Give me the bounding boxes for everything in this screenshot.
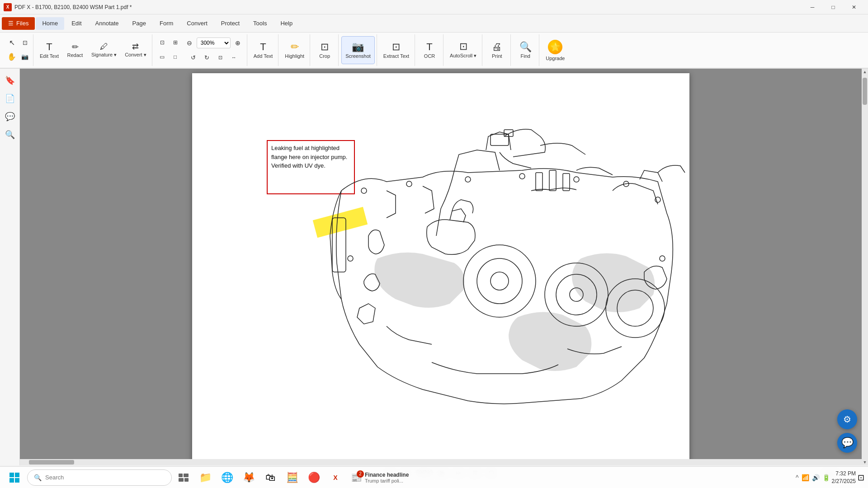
browser-button[interactable]: 🌐	[217, 468, 237, 488]
menu-files[interactable]: ☰ Files	[2, 17, 35, 30]
page-layout-button1[interactable]: ⊡	[156, 36, 169, 49]
svg-point-14	[519, 174, 525, 179]
snapshot-button[interactable]: 📷	[19, 51, 31, 63]
notification-headline: Finance headline	[365, 472, 409, 478]
taskbar-search-bar[interactable]: 🔍	[27, 469, 172, 486]
highlight-button[interactable]: ✏ Highlight	[281, 36, 308, 64]
find-button[interactable]: 🔍 Find	[514, 36, 537, 64]
extract-text-button[interactable]: ⊡ Extract Text	[380, 36, 413, 64]
horizontal-scroll-thumb[interactable]	[29, 460, 74, 465]
rotate-ccw-button[interactable]: ↺	[187, 51, 199, 64]
menu-form[interactable]: Form	[153, 17, 179, 30]
sidebar-bookmark-button[interactable]: 🔖	[2, 72, 18, 89]
svg-rect-25	[9, 478, 14, 483]
svg-rect-21	[549, 170, 556, 191]
menu-edit[interactable]: Edit	[65, 17, 88, 30]
svg-rect-26	[15, 478, 19, 483]
sidebar-pages-button[interactable]: 📄	[2, 90, 18, 107]
browser2-button[interactable]: 🔴	[304, 468, 324, 488]
upgrade-button[interactable]: ⭐ Upgrade	[542, 36, 568, 64]
highlight-icon: ✏	[291, 42, 299, 52]
page-layout-button3[interactable]: ▭	[156, 51, 169, 63]
search-input[interactable]	[45, 474, 165, 481]
menu-page[interactable]: Page	[126, 17, 152, 30]
highlight-label: Highlight	[285, 53, 304, 59]
find-icon: 🔍	[519, 42, 532, 52]
vertical-scroll-thumb[interactable]	[863, 78, 867, 105]
add-text-button[interactable]: T Add Text	[250, 36, 277, 64]
upgrade-group: ⭐ Upgrade	[540, 34, 570, 66]
zoom-in-circle-button[interactable]: ⊕	[231, 37, 244, 49]
main-content: Leaking fuel at highlighted flange here …	[20, 69, 862, 465]
page-select-button[interactable]: ⊡	[19, 36, 31, 49]
menu-home[interactable]: Home	[36, 17, 64, 30]
minimize-button[interactable]: ─	[802, 0, 823, 14]
notification-area[interactable]: 📰 2 Finance headline Trump tariff poli..…	[351, 472, 409, 483]
scroll-down-arrow[interactable]: ▼	[862, 459, 868, 465]
menu-help[interactable]: Help	[274, 17, 299, 30]
pdf-app-button[interactable]: X	[326, 468, 345, 488]
sidebar-search-button[interactable]: 🔍	[2, 127, 18, 143]
sidebar-comments-button[interactable]: 💬	[2, 108, 18, 125]
redact-label: Redact	[67, 52, 83, 58]
volume-icon: 🔊	[812, 474, 820, 481]
scroll-up-arrow[interactable]: ▲	[862, 69, 868, 75]
convert-button[interactable]: ⇄ Convert ▾	[121, 36, 150, 64]
windows-icon	[9, 473, 19, 483]
zoom-out-circle-button[interactable]: ⊖	[183, 37, 196, 49]
clock[interactable]: 7:32 PM 2/27/2025	[832, 470, 856, 485]
svg-point-0	[463, 245, 536, 317]
signature-label: Signature ▾	[91, 52, 117, 58]
page-layout-button2[interactable]: ⊞	[169, 36, 182, 49]
selection-grid: ↖ ⊡ ✋ 📷	[5, 36, 31, 64]
addtext-group: T Add Text	[248, 34, 279, 66]
maximize-button[interactable]: □	[823, 0, 844, 14]
calculator-button[interactable]: 🧮	[282, 468, 302, 488]
pan-tool-button[interactable]: ✋	[5, 51, 18, 63]
svg-rect-20	[536, 173, 542, 191]
edit-text-button[interactable]: T Edit Text	[36, 36, 62, 64]
store-button[interactable]: 🛍	[260, 468, 280, 488]
floating-chat-button[interactable]: 💬	[837, 433, 857, 453]
find-label: Find	[521, 53, 530, 59]
autoscroll-button[interactable]: ⊡ AutoScroll ▾	[446, 36, 480, 64]
close-button[interactable]: ✕	[844, 0, 864, 14]
fit-page-button[interactable]: ⊡	[214, 51, 226, 64]
firefox-button[interactable]: 🦊	[239, 468, 259, 488]
notification-sub: Trump tariff poli...	[365, 478, 409, 483]
fit-width-button[interactable]: ↔	[227, 51, 240, 64]
autoscroll-group: ⊡ AutoScroll ▾	[444, 34, 482, 66]
select-tool-button[interactable]: ↖	[5, 36, 18, 49]
svg-point-15	[574, 177, 579, 182]
menu-tools[interactable]: Tools	[247, 17, 273, 30]
page-layout-button4[interactable]: □	[169, 51, 182, 63]
print-button[interactable]: 🖨 Print	[485, 36, 509, 64]
engine-svg	[296, 100, 689, 408]
vertical-scrollbar[interactable]: ▲ ▼	[862, 69, 868, 465]
convert-label: Convert ▾	[125, 52, 146, 58]
svg-rect-23	[9, 473, 14, 477]
chevron-up-icon[interactable]: ^	[796, 474, 799, 481]
ocr-button[interactable]: T OCR	[418, 36, 441, 64]
pdf-page: Leaking fuel at highlighted flange here …	[192, 73, 689, 465]
crop-button[interactable]: ⊡ Crop	[313, 36, 336, 64]
signature-button[interactable]: 🖊 Signature ▾	[88, 36, 120, 64]
start-button[interactable]	[4, 469, 25, 487]
redact-button[interactable]: ✏ Redact	[63, 36, 87, 64]
menu-protect[interactable]: Protect	[215, 17, 246, 30]
show-desktop-button[interactable]: ⊡	[858, 473, 864, 483]
horizontal-scrollbar[interactable]	[20, 459, 862, 465]
menu-convert[interactable]: Convert	[180, 17, 214, 30]
window-controls: ─ □ ✕	[802, 0, 864, 14]
rotate-cw-button[interactable]: ↻	[200, 51, 213, 64]
svg-rect-8	[491, 134, 509, 145]
screenshot-button[interactable]: 📷 Screenshot	[341, 36, 375, 64]
zoom-select[interactable]: 300% 200% 150% 100% 75% 50%	[197, 38, 231, 48]
svg-point-11	[361, 188, 367, 193]
taskview-button[interactable]	[174, 468, 193, 488]
crop-icon: ⊡	[321, 42, 329, 52]
menu-annotate[interactable]: Annotate	[89, 17, 125, 30]
file-explorer-button[interactable]: 📁	[195, 468, 215, 488]
floating-help-button[interactable]: ⚙	[837, 409, 857, 429]
autoscroll-label: AutoScroll ▾	[450, 53, 476, 59]
